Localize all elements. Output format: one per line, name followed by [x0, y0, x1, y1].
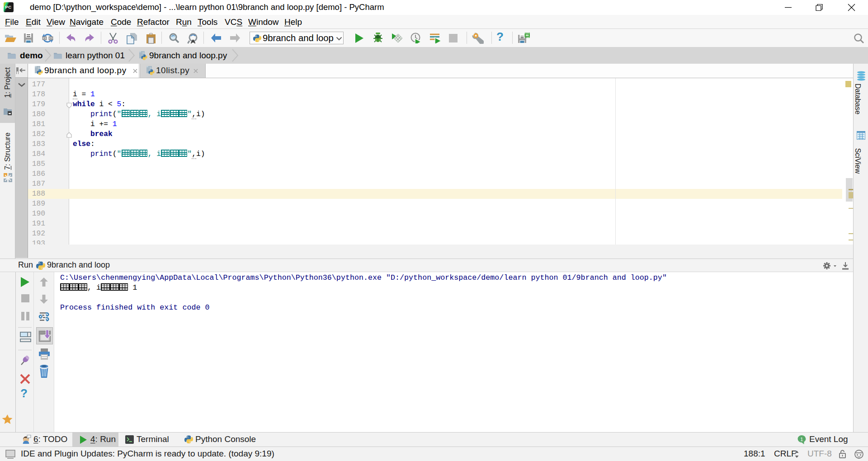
svg-text:1: 1: [800, 437, 803, 442]
